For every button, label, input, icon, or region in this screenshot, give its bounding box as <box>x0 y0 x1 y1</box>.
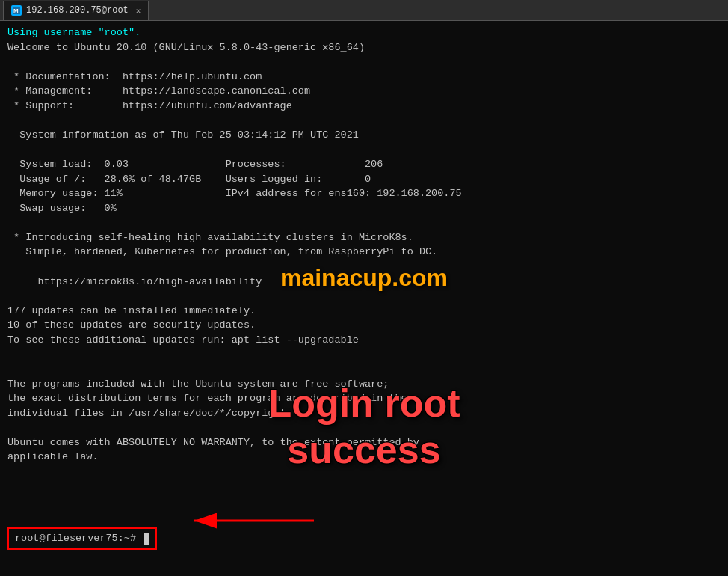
terminal-line <box>7 362 721 377</box>
red-arrow <box>187 509 321 537</box>
tab-icon: M <box>11 5 22 16</box>
terminal-line <box>7 143 721 158</box>
terminal-tab[interactable]: M 192.168.200.75@root ✕ <box>3 1 149 20</box>
login-success-text: Login root success <box>268 380 460 474</box>
terminal-line: * Management: https://landscape.canonica… <box>7 84 721 99</box>
terminal-line <box>7 347 721 362</box>
prompt-box: root@fileserver75:~# <box>7 527 157 550</box>
terminal-line: To see these additional updates run: apt… <box>7 333 721 348</box>
terminal-line <box>7 55 721 70</box>
terminal-line: Memory usage: 11% IPv4 address for ens16… <box>7 186 721 201</box>
terminal-line <box>7 113 721 128</box>
terminal-line: 177 updates can be installed immediately… <box>7 304 721 319</box>
tab-close-button[interactable]: ✕ <box>136 6 141 16</box>
terminal-line: System load: 0.03 Processes: 206 <box>7 157 721 172</box>
terminal-line: 10 of these updates are security updates… <box>7 318 721 333</box>
terminal-line: * Documentation: https://help.ubuntu.com <box>7 70 721 85</box>
terminal-line: System information as of Thu Feb 25 03:1… <box>7 128 721 143</box>
prompt-section: root@fileserver75:~# <box>7 527 721 550</box>
watermark: mainacup.com <box>280 260 448 295</box>
terminal-line: Swap usage: 0% <box>7 201 721 216</box>
prompt-text: root@fileserver75:~# <box>15 533 142 544</box>
terminal-line <box>7 215 721 230</box>
terminal-body[interactable]: Using username "root".Welcome to Ubuntu … <box>0 21 728 576</box>
login-success-overlay: Login root success <box>268 380 460 474</box>
title-bar: M 192.168.200.75@root ✕ <box>0 0 728 21</box>
tab-label: 192.168.200.75@root <box>26 5 129 16</box>
terminal-line: Welcome to Ubuntu 20.10 (GNU/Linux 5.8.0… <box>7 40 721 55</box>
terminal-line: * Support: https://ubuntu.com/advantage <box>7 99 721 114</box>
svg-text:M: M <box>13 7 19 14</box>
terminal-line: Using username "root". <box>7 25 721 40</box>
cursor <box>144 533 149 545</box>
terminal-line: * Introducing self-healing high availabi… <box>7 230 721 245</box>
terminal-line: Simple, hardened, Kubernetes for product… <box>7 245 721 260</box>
terminal-line: Usage of /: 28.6% of 48.47GB Users logge… <box>7 172 721 187</box>
